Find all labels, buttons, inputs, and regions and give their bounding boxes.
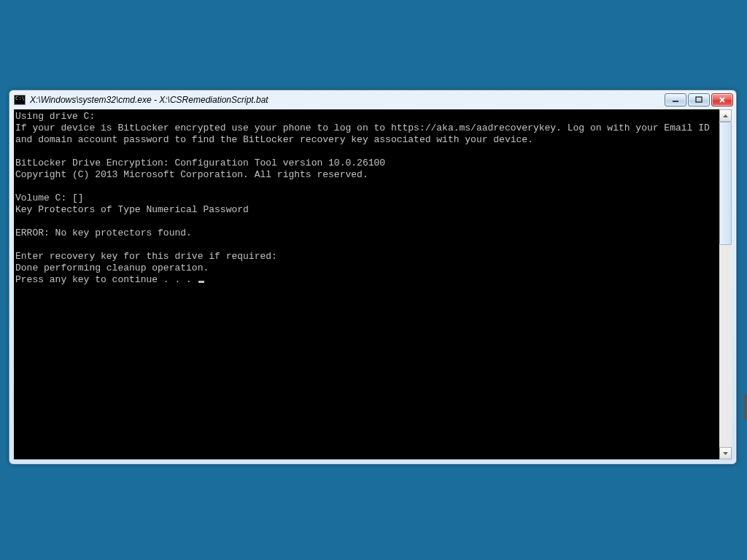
console-line: BitLocker Drive Encryption: Configuratio…	[15, 158, 385, 168]
console-output[interactable]: Using drive C: If your device is BitLock…	[15, 111, 719, 286]
minimize-button[interactable]	[665, 93, 686, 106]
console-line: Done performing cleanup operation.	[15, 262, 209, 273]
side-handle[interactable]	[744, 394, 747, 420]
scroll-up-button[interactable]	[719, 109, 732, 122]
console-line: Copyright (C) 2013 Microsoft Corporation…	[15, 169, 368, 180]
window-title: X:\Windows\system32\cmd.exe - X:\CSRemed…	[30, 95, 665, 105]
scroll-thumb[interactable]	[719, 122, 732, 245]
close-icon	[719, 96, 726, 104]
close-button[interactable]	[711, 93, 733, 106]
window-controls	[665, 93, 733, 106]
chevron-down-icon	[723, 452, 728, 455]
console-line: Key Protectors of Type Numerical Passwor…	[15, 204, 249, 215]
cmd-window: X:\Windows\system32\cmd.exe - X:\CSRemed…	[9, 90, 737, 464]
console-client-area: Using drive C: If your device is BitLock…	[14, 109, 732, 459]
svg-rect-1	[696, 97, 702, 102]
scroll-down-button[interactable]	[719, 447, 732, 459]
text-cursor	[198, 281, 204, 283]
chevron-up-icon	[723, 114, 728, 117]
console-line: ERROR: No key protectors found.	[15, 228, 192, 238]
vertical-scrollbar[interactable]	[719, 109, 732, 459]
console-line: Press any key to continue . . .	[15, 274, 198, 285]
console-line: Enter recovery key for this drive if req…	[15, 251, 277, 262]
svg-rect-0	[673, 101, 678, 102]
minimize-icon	[672, 96, 679, 104]
console-line: If your device is BitLocker encrypted us…	[15, 122, 716, 145]
console-line: Volume C: []	[15, 192, 84, 203]
maximize-button[interactable]	[688, 93, 710, 106]
window-titlebar[interactable]: X:\Windows\system32\cmd.exe - X:\CSRemed…	[9, 90, 736, 109]
cmd-icon	[14, 95, 26, 105]
maximize-icon	[695, 96, 703, 104]
console-line: Using drive C:	[15, 111, 95, 122]
scroll-track[interactable]	[719, 122, 732, 447]
